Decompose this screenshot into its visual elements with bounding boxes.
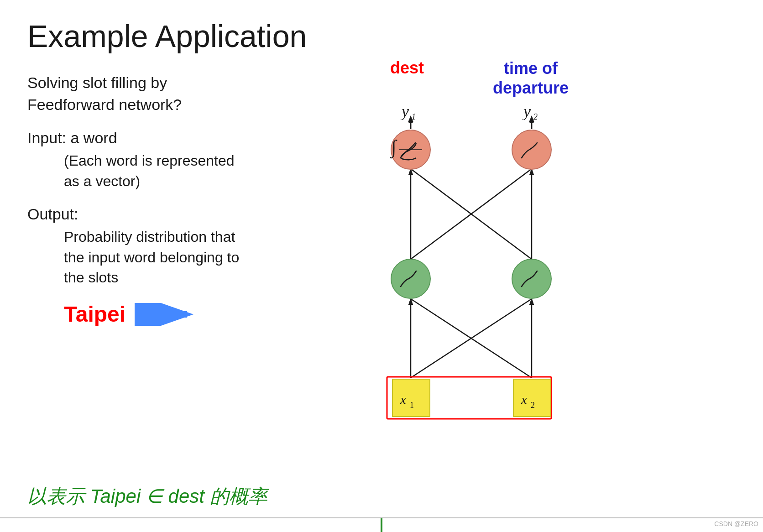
svg-text:∫: ∫ bbox=[390, 136, 397, 159]
question-text: Solving slot filling by Feedforward netw… bbox=[27, 72, 347, 115]
svg-point-31 bbox=[512, 130, 551, 169]
slide: Example Application Solving slot filling… bbox=[0, 0, 763, 532]
svg-rect-38 bbox=[513, 379, 551, 417]
svg-marker-25 bbox=[408, 115, 413, 122]
svg-text:x: x bbox=[521, 392, 527, 407]
svg-point-32 bbox=[391, 259, 430, 298]
input-detail: (Each word is represented as a vector) bbox=[64, 151, 347, 192]
taipei-row: Taipei bbox=[64, 302, 347, 327]
watermark: CSDN @ZERO bbox=[714, 520, 758, 527]
svg-point-33 bbox=[512, 259, 551, 298]
output-detail: Probability distribution that the input … bbox=[64, 227, 347, 288]
taipei-label: Taipei bbox=[64, 302, 125, 327]
network-svg: ∫ x 1 x bbox=[347, 58, 621, 446]
bottom-center-mark bbox=[381, 518, 382, 532]
svg-rect-35 bbox=[392, 379, 430, 417]
taipei-arrow-icon bbox=[135, 303, 194, 326]
svg-text:x: x bbox=[400, 392, 406, 407]
content-area: Solving slot filling by Feedforward netw… bbox=[27, 68, 736, 446]
left-text-column: Solving slot filling by Feedforward netw… bbox=[27, 68, 347, 327]
slide-title: Example Application bbox=[27, 18, 736, 54]
handwritten-text: 以表示 Taipei ∈ dest 的概率 bbox=[27, 484, 267, 509]
neural-network-diagram: dest time of departure y 1 y 2 bbox=[347, 58, 736, 446]
svg-marker-27 bbox=[529, 115, 534, 122]
output-label: Output: bbox=[27, 205, 347, 223]
svg-marker-23 bbox=[529, 298, 534, 305]
svg-marker-21 bbox=[408, 298, 413, 305]
svg-text:2: 2 bbox=[531, 401, 535, 410]
svg-text:1: 1 bbox=[410, 401, 414, 410]
input-label: Input: a word bbox=[27, 129, 347, 147]
